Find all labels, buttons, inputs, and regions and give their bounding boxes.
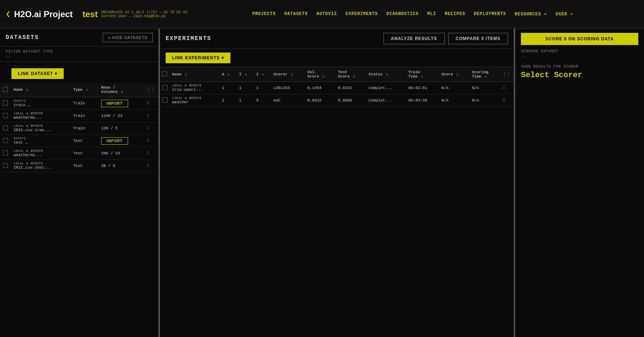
dataset-grid-cell: ⠿ — [143, 147, 158, 160]
exp-test-score-header[interactable]: TestScore ⇅ — [336, 67, 367, 82]
datasets-panel: DATASETS « HIDE DATASETS FILTER DATASET … — [0, 29, 159, 337]
dataset-name[interactable]: IRIS.csv.trai... — [14, 128, 52, 132]
dataset-type-cell: Train — [70, 97, 98, 110]
dataset-checkbox-3[interactable] — [3, 138, 8, 143]
dataset-checkbox-0[interactable] — [3, 100, 8, 105]
scoring-panel: SCORE 0 ON SCORING DATA SCORING DATASET … — [515, 29, 644, 337]
dataset-grid-cell: ⠿ — [143, 135, 158, 147]
exp-options-grid-icon[interactable]: ⋮⋮ — [502, 71, 512, 78]
scoring-dataset-label: SCORING DATASET — [521, 49, 638, 53]
nav-link-datasets[interactable]: DATASETS — [284, 11, 308, 17]
hide-datasets-button[interactable]: « HIDE DATASETS — [103, 33, 153, 42]
experiments-actions: ANALYZE RESULTS COMPARE 0 ITEMS — [384, 33, 508, 44]
exp-i-header[interactable]: I ⇅ — [254, 67, 271, 82]
dataset-name[interactable]: weatherAU... — [14, 153, 42, 157]
dataset-rows-cols-cell: IMPORT — [98, 135, 143, 147]
exp-score-header[interactable]: Score ⇅ — [439, 67, 470, 82]
exp-options-header: ⋮⋮ — [499, 67, 514, 82]
dataset-options-icon-5[interactable]: ⠿ — [146, 163, 150, 169]
dataset-name[interactable]: IRIS.csv.test... — [14, 165, 52, 170]
logo-area: ❮ H2O.ai Project test DRIVERLESS AI 1.10… — [6, 9, 187, 19]
dataset-type-cell: Test — [70, 160, 98, 172]
dataset-options-icon-4[interactable]: ⠿ — [146, 150, 150, 157]
name-sort-icon: ⇅ — [26, 88, 28, 92]
dataset-name[interactable]: weatherAU... — [14, 115, 42, 120]
exp-train-time-header[interactable]: TrainTime ⇅ — [406, 67, 439, 82]
exp-status-header[interactable]: Status ⇅ — [366, 67, 406, 82]
dataset-options-icon-3[interactable]: ⠿ — [146, 138, 150, 144]
dataset-checkbox-5[interactable] — [3, 163, 8, 168]
logo-project: test — [83, 9, 98, 19]
nav-link-deployments[interactable]: DEPLOYMENTS — [474, 11, 506, 17]
exp-status-sort-icon: ⇅ — [386, 73, 388, 76]
nav-link-projects[interactable]: PROJECTS — [252, 11, 276, 17]
nav-link-diagnostics[interactable]: DIAGNOSTICS — [386, 11, 419, 17]
nav-link-resources[interactable]: RESOURCES ▾ — [515, 11, 547, 17]
dataset-name[interactable]: test ☁ — [14, 140, 28, 145]
exp-name-header[interactable]: Name ⇅ — [170, 67, 220, 82]
exp-t-header[interactable]: T ⇅ — [237, 67, 254, 82]
exp-checkbox-0[interactable] — [162, 85, 167, 90]
dataset-options-icon-0[interactable]: ⠿ — [146, 100, 150, 107]
experiments-header: EXPERIMENTS ANALYZE RESULTS COMPARE 0 IT… — [160, 29, 514, 49]
analyze-results-button[interactable]: ANALYZE RESULTS — [384, 33, 445, 44]
dataset-rows-cols-cell: 29K / 23 — [98, 147, 143, 160]
exp-a-header[interactable]: A ⇅ — [220, 67, 237, 82]
exp-checkbox-cell — [160, 82, 170, 94]
datasets-select-all-checkbox[interactable] — [3, 87, 8, 92]
exp-scoring-time-sort-icon: ⇅ — [485, 75, 487, 79]
compare-items-button[interactable]: COMPARE 0 ITEMS — [448, 33, 508, 44]
filter-label: FILTER DATASET TYPE — [6, 50, 153, 54]
exp-options-icon-1[interactable]: ⠿ — [502, 98, 506, 104]
link-dataset-button[interactable]: LINK DATASET ▾ — [11, 68, 64, 79]
exp-scorer-header[interactable]: Scorer ⇅ — [271, 67, 305, 82]
dataset-badge: LOCAL & REMOTE — [14, 112, 67, 115]
exp-name-cell: LOCAL & REMOTE iris-speci... — [170, 82, 220, 94]
exp-badge: LOCAL & REMOTE — [172, 84, 218, 88]
exp-scoring-time-header[interactable]: ScoringTime ⇅ — [470, 67, 499, 82]
exp-name[interactable]: iris-speci... — [172, 88, 203, 92]
datasets-type-header[interactable]: Type ⇅ — [70, 83, 98, 97]
datasets-table-wrap: Name ⇅ Type ⇅ Rows /Columns ⇅ ⋮⋮ — [0, 83, 158, 337]
dataset-name-cell: REMOTE train ☁ — [11, 97, 70, 110]
exp-checkbox-1[interactable] — [162, 98, 167, 103]
score-on-scoring-data-button[interactable]: SCORE 0 ON SCORING DATA — [521, 33, 638, 45]
rows-cols-sort-icon: ⇅ — [121, 90, 123, 94]
dataset-rows-cols-cell: 120 / 5 — [98, 122, 143, 135]
dataset-name-cell: LOCAL & REMOTE weatherAU... — [11, 110, 70, 122]
link-experiments-button[interactable]: LINK EXPERIMENTS ▾ — [166, 53, 230, 63]
import-button-0[interactable]: IMPORT — [101, 100, 128, 107]
datasets-table: Name ⇅ Type ⇅ Rows /Columns ⇅ ⋮⋮ — [0, 83, 158, 172]
exp-name-sort-icon: ⇅ — [185, 73, 187, 76]
nav-link-user[interactable]: USER ▾ — [556, 11, 573, 17]
datasets-name-header[interactable]: Name ⇅ — [11, 83, 70, 97]
nav-link-autoviz[interactable]: AUTOVIZ — [316, 11, 337, 17]
experiments-toolbar: LINK EXPERIMENTS ▾ — [160, 49, 514, 67]
exp-vol-score-cell: 0.8932 — [305, 94, 336, 107]
exp-name[interactable]: weather — [172, 100, 189, 104]
exp-scoring-time-cell: N/A — [470, 94, 499, 107]
dataset-checkbox-1[interactable] — [3, 113, 8, 118]
dataset-name[interactable]: train ☁ — [14, 103, 30, 107]
datasets-rows-cols-header[interactable]: Rows /Columns ⇅ — [98, 83, 143, 97]
nav-link-mli[interactable]: MLI — [427, 11, 436, 17]
exp-a-cell: 1 — [220, 82, 237, 94]
exp-scorer-sort-icon: ⇅ — [291, 73, 293, 76]
dataset-checkbox-4[interactable] — [3, 150, 8, 155]
exp-select-all-checkbox[interactable] — [162, 71, 167, 76]
options-grid-icon[interactable]: ⋮⋮ — [146, 87, 156, 93]
exp-vol-score-cell: 0.1454 — [305, 82, 336, 94]
dataset-checkbox-2[interactable] — [3, 125, 8, 130]
exp-options-icon-0[interactable]: ⠿ — [502, 85, 506, 91]
dataset-options-icon-2[interactable]: ⠿ — [146, 125, 150, 132]
dataset-options-icon-1[interactable]: ⠿ — [146, 113, 150, 119]
filter-value: -- — [6, 54, 153, 59]
import-button-3[interactable]: IMPORT — [101, 137, 128, 145]
exp-test-score-cell: 0.0102 — [336, 82, 367, 94]
nav-link-recipes[interactable]: RECIPES — [445, 11, 465, 17]
nav-link-experiments[interactable]: EXPERIMENTS — [346, 11, 378, 17]
exp-options-cell: ⠿ — [499, 94, 514, 107]
exp-vol-score-header[interactable]: Vol.Score ⇅ — [305, 67, 336, 82]
select-scorer-dropdown[interactable]: Select Scorer — [521, 71, 638, 80]
dataset-name-cell: LOCAL & REMOTE IRIS.csv.test... — [11, 160, 70, 172]
